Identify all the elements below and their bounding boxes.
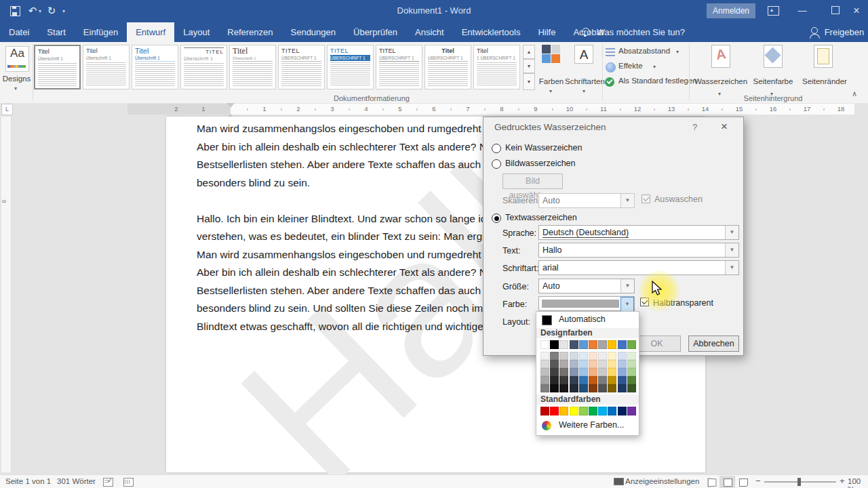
chevron-down-icon[interactable]: ▼ — [725, 261, 738, 274]
standard-color-swatch[interactable] — [618, 407, 627, 415]
tab-layout[interactable]: Layout — [174, 22, 218, 42]
watermark-button[interactable]: Wasserzeichen — [693, 77, 749, 85]
theme-color-swatch[interactable] — [570, 340, 578, 349]
style-set-card[interactable]: Titel1 ÜBERSCHRIFT 1 — [473, 45, 520, 89]
zoom-in-button[interactable]: + — [840, 476, 845, 486]
minimize-button[interactable]: — — [792, 4, 812, 18]
style-set-card[interactable]: TITELÜBERSCHRIFT 1 — [327, 45, 374, 89]
theme-color-variant-swatch[interactable] — [589, 368, 597, 376]
washout-checkbox[interactable] — [642, 195, 650, 203]
standard-color-swatch[interactable] — [598, 407, 607, 415]
theme-color-variant-swatch[interactable] — [608, 384, 616, 392]
tab-entwurf[interactable]: Entwurf — [127, 22, 174, 42]
document-text[interactable]: Man wird zusammenhangslos eingeschoben u… — [197, 120, 484, 336]
dialog-help-icon[interactable]: ? — [692, 122, 697, 132]
macro-record-icon[interactable] — [123, 478, 134, 487]
font-value[interactable]: arial — [542, 263, 559, 272]
theme-color-variant-swatch[interactable] — [570, 384, 578, 392]
color-dropdown[interactable]: ▼ — [538, 296, 635, 311]
style-set-card[interactable]: TitelÜberschrift 1 — [180, 45, 227, 89]
theme-color-variant-swatch[interactable] — [540, 360, 549, 368]
tab-überprüfen[interactable]: Überprüfen — [344, 22, 406, 42]
gallery-scroll-up-button[interactable]: ▲ — [523, 45, 535, 59]
theme-color-variant-swatch[interactable] — [579, 360, 588, 368]
tell-me-search[interactable]: Was möchten Sie tun? — [582, 22, 685, 42]
display-settings-icon[interactable] — [614, 478, 624, 485]
theme-color-variant-swatch[interactable] — [559, 360, 568, 368]
theme-color-variant-swatch[interactable] — [589, 352, 597, 360]
theme-color-swatch[interactable] — [579, 340, 588, 349]
tab-start[interactable]: Start — [38, 22, 74, 42]
theme-color-variant-swatch[interactable] — [608, 368, 616, 376]
theme-color-variant-swatch[interactable] — [598, 352, 607, 360]
print-layout-button[interactable] — [719, 476, 735, 488]
close-button[interactable]: × — [846, 4, 867, 18]
theme-color-swatch[interactable] — [550, 340, 559, 349]
theme-color-variant-swatch[interactable] — [627, 368, 636, 376]
tab-datei[interactable]: Datei — [0, 22, 38, 42]
theme-color-variant-swatch[interactable] — [550, 368, 559, 376]
tab-selector[interactable]: L — [1, 104, 13, 115]
fonts-button[interactable]: Schriftarten — [565, 77, 604, 85]
horizontal-ruler[interactable]: 12123456789101112131415161718 — [127, 104, 854, 115]
theme-color-variant-swatch[interactable] — [598, 368, 607, 376]
standard-color-swatch[interactable] — [559, 407, 568, 415]
standard-color-swatch[interactable] — [570, 407, 578, 415]
theme-color-variant-swatch[interactable] — [608, 376, 616, 384]
size-value[interactable]: Auto — [542, 281, 560, 291]
theme-color-variant-swatch[interactable] — [570, 360, 578, 368]
dialog-close-icon[interactable]: × — [721, 120, 728, 134]
style-set-card[interactable]: TitelÜberschrift 1 — [83, 45, 130, 89]
designs-button[interactable]: Aa Designs ▾ — [1, 43, 32, 102]
tell-me-label[interactable]: Was möchten Sie tun? — [597, 27, 685, 37]
theme-color-swatch[interactable] — [559, 340, 568, 349]
theme-color-swatch[interactable] — [608, 340, 616, 349]
theme-color-variant-swatch[interactable] — [540, 368, 549, 376]
theme-color-variant-swatch[interactable] — [608, 360, 616, 368]
theme-color-variant-swatch[interactable] — [540, 376, 549, 384]
style-set-card[interactable]: TitelÜberschrift 1 — [34, 45, 81, 89]
language-dropdown[interactable]: Deutsch (Deutschland) ▼ — [538, 225, 739, 240]
theme-color-variant-swatch[interactable] — [550, 360, 559, 368]
word-count[interactable]: 301 Wörter — [57, 477, 96, 485]
theme-color-variant-swatch[interactable] — [559, 376, 568, 384]
theme-color-variant-swatch[interactable] — [579, 352, 588, 360]
chevron-down-icon[interactable]: ▼ — [620, 194, 634, 207]
theme-color-variant-swatch[interactable] — [570, 352, 578, 360]
theme-color-variant-swatch[interactable] — [598, 360, 607, 368]
scale-dropdown[interactable]: Auto ▼ — [538, 193, 635, 208]
chevron-down-icon[interactable]: ▼ — [620, 297, 634, 312]
standard-color-swatch[interactable] — [627, 407, 636, 415]
tab-ansicht[interactable]: Ansicht — [406, 22, 453, 42]
restore-button[interactable] — [831, 6, 840, 14]
tab-hilfe[interactable]: Hilfe — [529, 22, 564, 42]
theme-color-variant-swatch[interactable] — [627, 360, 636, 368]
tab-einfügen[interactable]: Einfügen — [75, 22, 127, 42]
theme-color-variant-swatch[interactable] — [570, 376, 578, 384]
web-layout-button[interactable] — [735, 476, 751, 488]
radio-text-watermark-label[interactable]: Textwasserzeichen — [505, 213, 577, 222]
theme-color-variant-swatch[interactable] — [589, 384, 597, 392]
style-set-card[interactable]: TITELÜBERSCHRIFT 1 — [278, 45, 325, 89]
cancel-button[interactable]: Abbrechen — [688, 336, 739, 352]
theme-color-variant-swatch[interactable] — [559, 368, 568, 376]
paragraph-spacing-button[interactable]: Absatzabstand — [618, 47, 670, 55]
style-set-card[interactable]: TitelÜBERSCHRIFT 1 — [425, 45, 471, 89]
theme-color-variant-swatch[interactable] — [579, 384, 588, 392]
standard-color-swatch[interactable] — [579, 407, 588, 415]
theme-color-variant-swatch[interactable] — [627, 352, 636, 360]
ribbon-display-options-icon[interactable] — [768, 6, 779, 16]
vertical-ruler[interactable]: 6 — [1, 117, 12, 472]
tab-sendungen[interactable]: Sendungen — [282, 22, 345, 42]
theme-color-variant-swatch[interactable] — [559, 352, 568, 360]
display-settings-button[interactable]: Anzeigeeinstellungen — [625, 477, 699, 485]
page-borders-button[interactable]: Seitenränder — [797, 77, 852, 85]
theme-color-variant-swatch[interactable] — [618, 384, 627, 392]
style-set-card[interactable]: TitelÜberschrift 1 — [132, 45, 178, 89]
read-mode-button[interactable] — [704, 476, 719, 488]
standard-color-swatch[interactable] — [608, 407, 616, 415]
theme-color-variant-swatch[interactable] — [550, 376, 559, 384]
theme-color-variant-swatch[interactable] — [540, 384, 549, 392]
standard-color-swatch[interactable] — [550, 407, 559, 415]
radio-no-watermark-label[interactable]: Kein Wasserzeichen — [505, 143, 582, 152]
